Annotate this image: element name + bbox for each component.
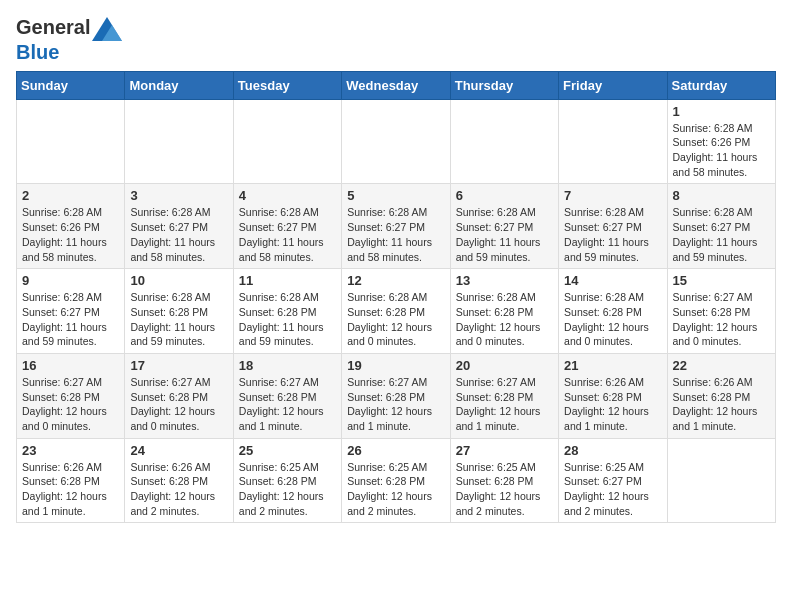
day-number: 21 [564,358,661,373]
calendar-cell [450,99,558,184]
day-info: Sunrise: 6:25 AM Sunset: 6:28 PM Dayligh… [456,460,553,519]
calendar-cell [342,99,450,184]
day-info: Sunrise: 6:25 AM Sunset: 6:28 PM Dayligh… [239,460,336,519]
calendar-cell: 17Sunrise: 6:27 AM Sunset: 6:28 PM Dayli… [125,353,233,438]
calendar-cell: 19Sunrise: 6:27 AM Sunset: 6:28 PM Dayli… [342,353,450,438]
calendar-cell: 25Sunrise: 6:25 AM Sunset: 6:28 PM Dayli… [233,438,341,523]
day-number: 1 [673,104,770,119]
day-number: 8 [673,188,770,203]
day-number: 3 [130,188,227,203]
day-header-tuesday: Tuesday [233,71,341,99]
calendar-cell: 9Sunrise: 6:28 AM Sunset: 6:27 PM Daylig… [17,269,125,354]
day-number: 26 [347,443,444,458]
day-number: 5 [347,188,444,203]
logo-blue-text: Blue [16,41,122,63]
day-number: 23 [22,443,119,458]
week-row-3: 9Sunrise: 6:28 AM Sunset: 6:27 PM Daylig… [17,269,776,354]
day-number: 19 [347,358,444,373]
day-header-saturday: Saturday [667,71,775,99]
calendar-cell: 23Sunrise: 6:26 AM Sunset: 6:28 PM Dayli… [17,438,125,523]
day-info: Sunrise: 6:26 AM Sunset: 6:28 PM Dayligh… [22,460,119,519]
calendar-cell: 16Sunrise: 6:27 AM Sunset: 6:28 PM Dayli… [17,353,125,438]
calendar-cell: 13Sunrise: 6:28 AM Sunset: 6:28 PM Dayli… [450,269,558,354]
day-number: 9 [22,273,119,288]
calendar-cell: 11Sunrise: 6:28 AM Sunset: 6:28 PM Dayli… [233,269,341,354]
day-info: Sunrise: 6:28 AM Sunset: 6:27 PM Dayligh… [456,205,553,264]
day-number: 2 [22,188,119,203]
day-info: Sunrise: 6:26 AM Sunset: 6:28 PM Dayligh… [564,375,661,434]
day-number: 24 [130,443,227,458]
day-info: Sunrise: 6:28 AM Sunset: 6:27 PM Dayligh… [239,205,336,264]
day-number: 10 [130,273,227,288]
day-header-row: SundayMondayTuesdayWednesdayThursdayFrid… [17,71,776,99]
day-number: 25 [239,443,336,458]
day-info: Sunrise: 6:28 AM Sunset: 6:27 PM Dayligh… [347,205,444,264]
day-header-wednesday: Wednesday [342,71,450,99]
calendar-cell [233,99,341,184]
calendar-cell: 26Sunrise: 6:25 AM Sunset: 6:28 PM Dayli… [342,438,450,523]
day-header-sunday: Sunday [17,71,125,99]
calendar-cell [17,99,125,184]
calendar-cell: 8Sunrise: 6:28 AM Sunset: 6:27 PM Daylig… [667,184,775,269]
calendar-cell [667,438,775,523]
calendar-cell: 15Sunrise: 6:27 AM Sunset: 6:28 PM Dayli… [667,269,775,354]
day-number: 16 [22,358,119,373]
week-row-4: 16Sunrise: 6:27 AM Sunset: 6:28 PM Dayli… [17,353,776,438]
calendar-cell: 1Sunrise: 6:28 AM Sunset: 6:26 PM Daylig… [667,99,775,184]
day-info: Sunrise: 6:27 AM Sunset: 6:28 PM Dayligh… [130,375,227,434]
calendar-cell: 5Sunrise: 6:28 AM Sunset: 6:27 PM Daylig… [342,184,450,269]
day-number: 6 [456,188,553,203]
day-info: Sunrise: 6:28 AM Sunset: 6:27 PM Dayligh… [130,205,227,264]
day-info: Sunrise: 6:27 AM Sunset: 6:28 PM Dayligh… [239,375,336,434]
day-number: 12 [347,273,444,288]
logo-icon [92,17,122,41]
calendar-header: SundayMondayTuesdayWednesdayThursdayFrid… [17,71,776,99]
day-info: Sunrise: 6:28 AM Sunset: 6:27 PM Dayligh… [673,205,770,264]
calendar-cell [125,99,233,184]
day-info: Sunrise: 6:28 AM Sunset: 6:27 PM Dayligh… [564,205,661,264]
day-info: Sunrise: 6:26 AM Sunset: 6:28 PM Dayligh… [130,460,227,519]
day-info: Sunrise: 6:28 AM Sunset: 6:27 PM Dayligh… [22,290,119,349]
calendar-cell: 18Sunrise: 6:27 AM Sunset: 6:28 PM Dayli… [233,353,341,438]
calendar-cell: 24Sunrise: 6:26 AM Sunset: 6:28 PM Dayli… [125,438,233,523]
day-header-monday: Monday [125,71,233,99]
calendar-cell: 10Sunrise: 6:28 AM Sunset: 6:28 PM Dayli… [125,269,233,354]
calendar-cell: 6Sunrise: 6:28 AM Sunset: 6:27 PM Daylig… [450,184,558,269]
day-info: Sunrise: 6:28 AM Sunset: 6:28 PM Dayligh… [239,290,336,349]
day-info: Sunrise: 6:28 AM Sunset: 6:28 PM Dayligh… [564,290,661,349]
calendar-cell: 2Sunrise: 6:28 AM Sunset: 6:26 PM Daylig… [17,184,125,269]
day-info: Sunrise: 6:28 AM Sunset: 6:28 PM Dayligh… [456,290,553,349]
logo: General Blue [16,16,122,63]
calendar-body: 1Sunrise: 6:28 AM Sunset: 6:26 PM Daylig… [17,99,776,523]
day-number: 28 [564,443,661,458]
calendar-cell: 28Sunrise: 6:25 AM Sunset: 6:27 PM Dayli… [559,438,667,523]
week-row-5: 23Sunrise: 6:26 AM Sunset: 6:28 PM Dayli… [17,438,776,523]
day-number: 27 [456,443,553,458]
day-number: 15 [673,273,770,288]
calendar-cell: 22Sunrise: 6:26 AM Sunset: 6:28 PM Dayli… [667,353,775,438]
day-info: Sunrise: 6:27 AM Sunset: 6:28 PM Dayligh… [347,375,444,434]
calendar-cell: 4Sunrise: 6:28 AM Sunset: 6:27 PM Daylig… [233,184,341,269]
day-info: Sunrise: 6:25 AM Sunset: 6:27 PM Dayligh… [564,460,661,519]
day-number: 13 [456,273,553,288]
day-info: Sunrise: 6:28 AM Sunset: 6:28 PM Dayligh… [130,290,227,349]
calendar-cell [559,99,667,184]
calendar-cell: 7Sunrise: 6:28 AM Sunset: 6:27 PM Daylig… [559,184,667,269]
day-number: 4 [239,188,336,203]
calendar-cell: 3Sunrise: 6:28 AM Sunset: 6:27 PM Daylig… [125,184,233,269]
day-info: Sunrise: 6:25 AM Sunset: 6:28 PM Dayligh… [347,460,444,519]
calendar-cell: 27Sunrise: 6:25 AM Sunset: 6:28 PM Dayli… [450,438,558,523]
day-info: Sunrise: 6:27 AM Sunset: 6:28 PM Dayligh… [456,375,553,434]
day-number: 18 [239,358,336,373]
week-row-2: 2Sunrise: 6:28 AM Sunset: 6:26 PM Daylig… [17,184,776,269]
day-number: 20 [456,358,553,373]
day-number: 17 [130,358,227,373]
day-number: 22 [673,358,770,373]
day-number: 14 [564,273,661,288]
day-info: Sunrise: 6:28 AM Sunset: 6:28 PM Dayligh… [347,290,444,349]
day-info: Sunrise: 6:27 AM Sunset: 6:28 PM Dayligh… [22,375,119,434]
calendar-cell: 14Sunrise: 6:28 AM Sunset: 6:28 PM Dayli… [559,269,667,354]
calendar-cell: 21Sunrise: 6:26 AM Sunset: 6:28 PM Dayli… [559,353,667,438]
calendar-cell: 20Sunrise: 6:27 AM Sunset: 6:28 PM Dayli… [450,353,558,438]
calendar-table: SundayMondayTuesdayWednesdayThursdayFrid… [16,71,776,524]
